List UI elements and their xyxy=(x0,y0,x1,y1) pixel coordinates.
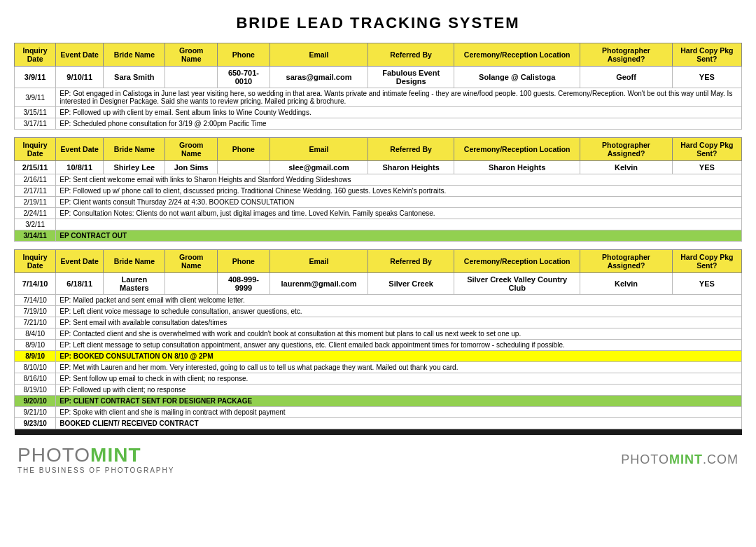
s3-col-event-date: Event Date xyxy=(56,250,104,273)
s3-note-row-6: 8/9/10 EP: BOOKED CONSULTATION ON 8/10 @… xyxy=(15,351,742,362)
s2-col-ceremony-location: Ceremony/Reception Location xyxy=(454,138,580,161)
s2-note5-date: 3/2/11 xyxy=(15,219,56,230)
s3-groom-name xyxy=(165,273,217,295)
s2-note-row-1: 2/16/11 EP: Sent client welcome email wi… xyxy=(15,174,742,186)
s1-ceremony-location: Solange @ Calistoga xyxy=(454,67,580,88)
footer: PHOTOMINT THE BUSINESS OF PHOTOGRAPHY PH… xyxy=(14,445,742,474)
s2-note1-text: EP: Sent client welcome email with links… xyxy=(56,174,742,186)
col-ceremony-location: Ceremony/Reception Location xyxy=(454,43,580,67)
s3-col-email: Email xyxy=(270,250,368,273)
s1-referred-by: Fabulous Event Designs xyxy=(368,67,454,88)
col-email: Email xyxy=(270,43,368,67)
s1-hard-copy: YES xyxy=(672,67,741,88)
s1-note1-text: EP: Got engaged in Calistoga in June las… xyxy=(56,88,742,107)
s3-note-row-11: 9/21/10 EP: Spoke with client and she is… xyxy=(15,407,742,418)
s2-referred-by: Sharon Heights xyxy=(368,161,454,174)
s3-note-row-4: 8/4/10 EP: Contacted client and she is o… xyxy=(15,328,742,340)
s2-note4-text: EP: Consultation Notes: Clients do not w… xyxy=(56,208,742,219)
s3-col-ceremony-location: Ceremony/Reception Location xyxy=(454,250,580,273)
s2-note-row-5: 3/2/11 xyxy=(15,219,742,230)
col-event-date: Event Date xyxy=(56,43,104,67)
s2-col-inquiry-date: Inquiry Date xyxy=(15,138,56,161)
s3-referred-by: Silver Creek xyxy=(368,273,454,295)
page-title: BRIDE LEAD TRACKING SYSTEM xyxy=(14,14,742,32)
s3-note9-date: 8/19/10 xyxy=(15,385,56,396)
s2-note4-date: 2/24/11 xyxy=(15,208,56,219)
col-bride-name: Bride Name xyxy=(104,43,165,67)
s3-col-inquiry-date: Inquiry Date xyxy=(15,250,56,273)
s3-note10-date: 9/20/10 xyxy=(15,396,56,407)
col-groom-name: Groom Name xyxy=(165,43,217,67)
s3-col-photographer: Photographer Assigned? xyxy=(580,250,672,273)
s3-col-bride-name: Bride Name xyxy=(104,250,165,273)
s2-groom-name: Jon Sims xyxy=(165,161,217,174)
s3-note6-date: 8/9/10 xyxy=(15,351,56,362)
s3-note4-text: EP: Contacted client and she is overwhel… xyxy=(56,328,742,340)
s1-photographer: Geoff xyxy=(580,67,672,88)
s1-note-row-2: 3/15/11 EP: Followed up with client by e… xyxy=(15,107,742,118)
section2-header: Inquiry Date Event Date Bride Name Groom… xyxy=(15,138,742,161)
s2-col-referred-by: Referred By xyxy=(368,138,454,161)
s2-note5-text xyxy=(56,219,742,230)
col-phone: Phone xyxy=(217,43,270,67)
s3-note-row-5: 8/9/10 EP: Left client message to setup … xyxy=(15,340,742,351)
s3-note12-text: BOOKED CLIENT/ RECEIVED CONTRACT xyxy=(56,418,742,429)
s3-note1-text: EP: Mailed packet and sent email with cl… xyxy=(56,295,742,306)
logo-mint-text: MINT xyxy=(90,444,141,466)
s3-note8-date: 8/16/10 xyxy=(15,373,56,385)
s2-note6-text: EP CONTRACT OUT xyxy=(56,230,742,242)
s1-note1-date: 3/9/11 xyxy=(15,88,56,107)
s2-col-hard-copy: Hard Copy Pkg Sent? xyxy=(672,138,741,161)
s3-col-groom-name: Groom Name xyxy=(165,250,217,273)
s3-hard-copy: YES xyxy=(672,273,741,295)
s3-note11-text: EP: Spoke with client and she is mailing… xyxy=(56,407,742,418)
s3-note9-text: EP: Followed up with client; no response xyxy=(56,385,742,396)
s1-note-row-1: 3/9/11 EP: Got engaged in Calistoga in J… xyxy=(15,88,742,107)
s2-inquiry-date: 2/15/11 xyxy=(15,161,56,174)
s3-note-row-2: 7/19/10 EP: Left client voice message to… xyxy=(15,306,742,317)
s2-col-photographer: Photographer Assigned? xyxy=(580,138,672,161)
col-inquiry-date: Inquiry Date xyxy=(15,43,56,67)
s2-note-row-2: 2/17/11 EP: Followed up w/ phone call to… xyxy=(15,186,742,197)
s3-phone: 408-999-9999 xyxy=(217,273,270,295)
s3-ceremony-location: Silver Creek Valley Country Club xyxy=(454,273,580,295)
s2-col-bride-name: Bride Name xyxy=(104,138,165,161)
s2-note-row-6: 3/14/11 EP CONTRACT OUT xyxy=(15,230,742,242)
s1-note3-text: EP: Scheduled phone consultation for 3/1… xyxy=(56,118,742,130)
s1-phone: 650-701-0010 xyxy=(217,67,270,88)
s1-note2-text: EP: Followed up with client by email. Se… xyxy=(56,107,742,118)
s3-note-row-8: 8/16/10 EP: Sent follow up email to chec… xyxy=(15,373,742,385)
s3-inquiry-date: 7/14/10 xyxy=(15,273,56,295)
section1-header: Inquiry Date Event Date Bride Name Groom… xyxy=(15,43,742,67)
s3-col-hard-copy: Hard Copy Pkg Sent? xyxy=(672,250,741,273)
s1-inquiry-date: 3/9/11 xyxy=(15,67,56,88)
s3-col-referred-by: Referred By xyxy=(368,250,454,273)
s2-note-row-3: 2/19/11 EP: Client wants consult Thursda… xyxy=(15,197,742,208)
section2-main-row: 2/15/11 10/8/11 Shirley Lee Jon Sims sle… xyxy=(15,161,742,174)
s1-note3-date: 3/17/11 xyxy=(15,118,56,130)
s3-note-row-7: 8/10/10 EP: Met with Lauren and her mom.… xyxy=(15,362,742,373)
s2-col-phone: Phone xyxy=(217,138,270,161)
s3-note-row-10: 9/20/10 EP: CLIENT CONTRACT SENT FOR DES… xyxy=(15,396,742,407)
s3-note5-date: 8/9/10 xyxy=(15,340,56,351)
s3-note3-text: EP: Sent email with available consultati… xyxy=(56,317,742,328)
col-photographer: Photographer Assigned? xyxy=(580,43,672,67)
s3-photographer: Kelvin xyxy=(580,273,672,295)
s2-note2-date: 2/17/11 xyxy=(15,186,56,197)
s2-ceremony-location: Sharon Heights xyxy=(454,161,580,174)
section-gap-2 xyxy=(15,242,742,250)
s2-bride-name: Shirley Lee xyxy=(104,161,165,174)
section3-main-row: 7/14/10 6/18/11 Lauren Masters 408-999-9… xyxy=(15,273,742,295)
s1-bride-name: Sara Smith xyxy=(104,67,165,88)
s3-note10-text: EP: CLIENT CONTRACT SENT FOR DESIGNER PA… xyxy=(56,396,742,407)
s3-bride-name: Lauren Masters xyxy=(104,273,165,295)
footer-logo-right: PHOTOMINT.COM xyxy=(621,452,738,467)
s3-note5-text: EP: Left client message to setup consult… xyxy=(56,340,742,351)
s2-photographer: Kelvin xyxy=(580,161,672,174)
s3-note-row-3: 7/21/10 EP: Sent email with available co… xyxy=(15,317,742,328)
s3-note3-date: 7/21/10 xyxy=(15,317,56,328)
s2-hard-copy: YES xyxy=(672,161,741,174)
footer-right-photo: PHOTO xyxy=(621,452,669,466)
s1-event-date: 9/10/11 xyxy=(56,67,104,88)
s2-phone xyxy=(217,161,270,174)
